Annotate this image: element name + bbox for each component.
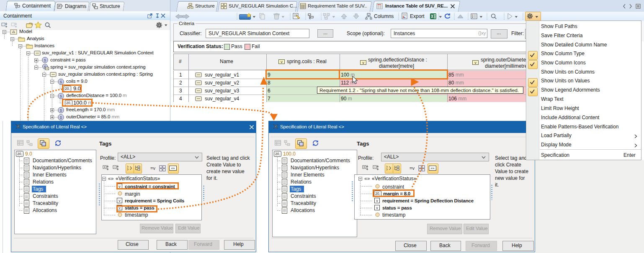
svg-text:«»: «» — [171, 166, 175, 170]
svg-text:S: S — [59, 80, 62, 84]
svg-text:v: v — [118, 199, 121, 203]
svg-text:v: v — [376, 199, 378, 203]
svg-text:v: v — [281, 60, 283, 64]
svg-text:S: S — [44, 58, 46, 62]
svg-text:v: v — [376, 206, 378, 210]
svg-text:20,: 20, — [17, 152, 22, 156]
svg-text:20,: 20, — [275, 152, 280, 156]
svg-text:S: S — [59, 108, 62, 112]
svg-text:«»: «» — [431, 166, 435, 170]
svg-text:v: v — [362, 61, 364, 65]
svg-text:S: S — [59, 115, 62, 120]
svg-text:S: S — [59, 94, 62, 98]
svg-text:v: v — [474, 61, 477, 65]
